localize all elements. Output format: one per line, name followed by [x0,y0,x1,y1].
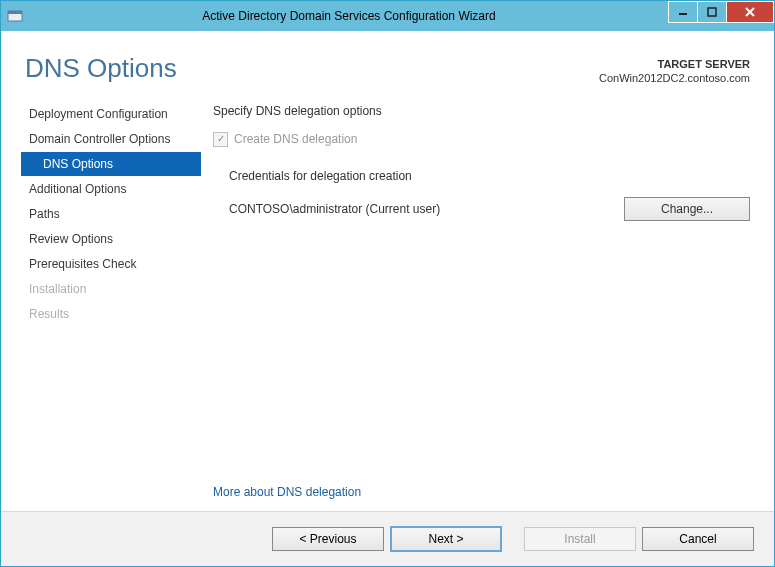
header: DNS Options TARGET SERVER ConWin2012DC2.… [1,31,774,94]
window-title: Active Directory Domain Services Configu… [29,9,669,23]
page-title: DNS Options [25,53,177,84]
credentials-value: CONTOSO\administrator (Current user) [229,202,440,216]
step-deployment-configuration[interactable]: Deployment Configuration [21,102,201,126]
maximize-button[interactable] [697,1,727,23]
body: Deployment Configuration Domain Controll… [1,94,774,511]
step-additional-options[interactable]: Additional Options [21,177,201,201]
svg-rect-3 [708,8,716,16]
footer: < Previous Next > Install Cancel [1,511,774,566]
titlebar: Active Directory Domain Services Configu… [1,1,774,31]
create-dns-delegation-checkbox: ✓ Create DNS delegation [213,132,750,147]
step-domain-controller-options[interactable]: Domain Controller Options [21,127,201,151]
next-button[interactable]: Next > [390,526,502,552]
previous-button[interactable]: < Previous [272,527,384,551]
checkbox-icon: ✓ [213,132,228,147]
step-review-options[interactable]: Review Options [21,227,201,251]
credentials-block: Credentials for delegation creation CONT… [213,169,750,221]
target-server-value: ConWin2012DC2.contoso.com [599,71,750,85]
step-dns-options[interactable]: DNS Options [21,152,201,176]
credentials-header: Credentials for delegation creation [229,169,750,183]
wizard-window: Active Directory Domain Services Configu… [0,0,775,567]
window-buttons [669,1,774,23]
app-icon [1,8,29,24]
step-results: Results [21,302,201,326]
target-server-info: TARGET SERVER ConWin2012DC2.contoso.com [599,53,750,86]
section-title: Specify DNS delegation options [213,104,750,118]
step-installation: Installation [21,277,201,301]
close-button[interactable] [726,1,774,23]
target-server-label: TARGET SERVER [599,57,750,71]
main-panel: Specify DNS delegation options ✓ Create … [201,94,774,511]
wizard-steps-sidebar: Deployment Configuration Domain Controll… [1,94,201,511]
svg-rect-1 [8,11,22,14]
install-button: Install [524,527,636,551]
step-paths[interactable]: Paths [21,202,201,226]
more-about-dns-delegation-link[interactable]: More about DNS delegation [213,485,750,499]
cancel-button[interactable]: Cancel [642,527,754,551]
checkbox-label: Create DNS delegation [234,132,357,146]
step-prerequisites-check[interactable]: Prerequisites Check [21,252,201,276]
minimize-button[interactable] [668,1,698,23]
change-button[interactable]: Change... [624,197,750,221]
credentials-row: CONTOSO\administrator (Current user) Cha… [229,197,750,221]
